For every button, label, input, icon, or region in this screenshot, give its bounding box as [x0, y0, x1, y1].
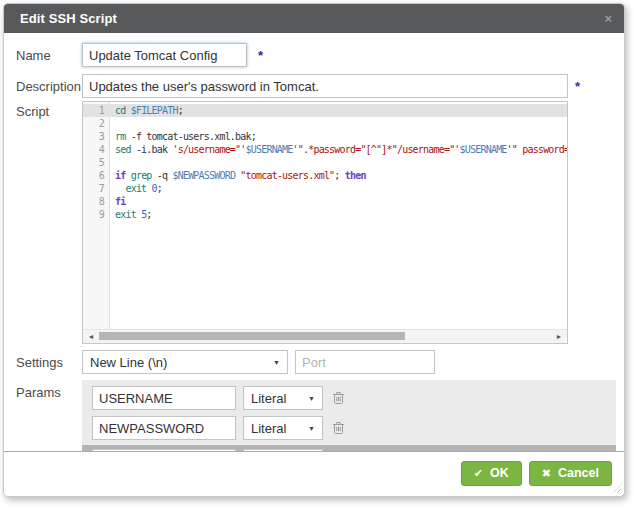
line-number: 4 [83, 143, 110, 156]
chevron-down-icon: ▼ [302, 395, 315, 402]
params-label: Params [16, 380, 82, 400]
scrollbar-thumb[interactable] [99, 332, 405, 340]
param-row: Literal▼ [82, 383, 616, 413]
code-line[interactable]: 9exit 5; [83, 208, 567, 221]
cancel-button[interactable]: ✖ Cancel [529, 461, 612, 486]
param-type-value: Literal [251, 421, 286, 436]
editor-horizontal-scrollbar[interactable]: ◄ ► [83, 329, 567, 343]
code-line[interactable]: 6if grep -q $NEWPASSWORD "tomcat-users.x… [83, 169, 567, 182]
line-number: 8 [83, 195, 110, 208]
trash-icon[interactable] [332, 391, 345, 405]
param-type-select[interactable]: Literal▼ [243, 416, 323, 440]
code-line[interactable]: 1cd $FILEPATH; [83, 104, 567, 117]
name-row: Name * [16, 41, 618, 67]
dialog-title: Edit SSH Script [20, 11, 117, 26]
param-type-value: Literal [251, 391, 286, 406]
line-number: 7 [83, 182, 110, 195]
code-line[interactable]: 5 [83, 156, 567, 169]
line-number: 3 [83, 130, 110, 143]
scroll-right-icon[interactable]: ► [553, 330, 565, 342]
code-line[interactable]: 2 [83, 117, 567, 130]
script-row: Script 1cd $FILEPATH;23rm -f tomcat-user… [16, 101, 618, 344]
script-label: Script [16, 101, 82, 119]
code-text [110, 117, 567, 130]
line-number: 1 [83, 104, 110, 117]
code-text: fi [110, 195, 567, 208]
dialog-header: Edit SSH Script × [4, 4, 624, 33]
code-text: cd $FILEPATH; [110, 104, 567, 117]
name-label: Name [16, 48, 82, 63]
settings-row: Settings New Line (\n) ▼ [16, 350, 618, 374]
scroll-left-icon[interactable]: ◄ [85, 330, 97, 342]
line-ending-select[interactable]: New Line (\n) ▼ [82, 350, 288, 374]
port-input[interactable] [295, 350, 435, 374]
params-panel: Literal▼Literal▼ Interpreted ▼ + [82, 380, 616, 451]
close-icon[interactable]: × [604, 12, 612, 25]
code-line[interactable]: 8fi [83, 195, 567, 208]
param-row: Literal▼ [82, 413, 616, 443]
dialog-footer: ✔ OK ✖ Cancel [4, 452, 624, 496]
param-name-input[interactable] [92, 386, 236, 410]
code-lines: 1cd $FILEPATH;23rm -f tomcat-users.xml.b… [83, 102, 567, 221]
code-line[interactable]: 7 exit 0; [83, 182, 567, 195]
line-number: 9 [83, 208, 110, 221]
code-text: exit 0; [110, 182, 567, 195]
line-ending-selected-value: New Line (\n) [90, 355, 167, 370]
code-line[interactable]: 4sed -i.bak 's/username="'$USERNAME'".*p… [83, 143, 567, 156]
line-number: 5 [83, 156, 110, 169]
params-row: Params Literal▼Literal▼ Interpreted ▼ + [16, 380, 618, 451]
code-text [110, 156, 567, 169]
name-required-asterisk: * [258, 48, 263, 63]
code-line[interactable]: 3rm -f tomcat-users.xml.bak; [83, 130, 567, 143]
script-code-editor[interactable]: 1cd $FILEPATH;23rm -f tomcat-users.xml.b… [82, 101, 568, 344]
x-icon: ✖ [542, 468, 551, 479]
description-required-asterisk: * [575, 79, 580, 94]
code-text: exit 5; [110, 208, 567, 221]
edit-ssh-script-dialog: Edit SSH Script × Name * Description * S… [3, 3, 625, 497]
ok-button-label: OK [490, 466, 509, 480]
code-text: sed -i.bak 's/username="'$USERNAME'".*pa… [110, 143, 567, 156]
description-row: Description * [16, 74, 618, 98]
cancel-button-label: Cancel [558, 466, 599, 480]
name-input[interactable] [82, 43, 247, 67]
param-name-input[interactable] [92, 416, 236, 440]
code-text: rm -f tomcat-users.xml.bak; [110, 130, 567, 143]
check-icon: ✔ [474, 468, 483, 479]
chevron-down-icon: ▼ [267, 359, 280, 366]
settings-label: Settings [16, 355, 82, 370]
ok-button[interactable]: ✔ OK [461, 461, 522, 486]
chevron-down-icon: ▼ [302, 425, 315, 432]
line-number: 2 [83, 117, 110, 130]
description-input[interactable] [82, 74, 568, 98]
param-type-select[interactable]: Literal▼ [243, 386, 323, 410]
params-rows: Literal▼Literal▼ [82, 383, 616, 443]
dialog-body: Name * Description * Script 1cd $FILEPAT… [4, 33, 624, 451]
line-number: 6 [83, 169, 110, 182]
description-label: Description [16, 79, 82, 94]
trash-icon[interactable] [332, 421, 345, 435]
code-text: if grep -q $NEWPASSWORD "tomcat-users.xm… [110, 169, 567, 182]
